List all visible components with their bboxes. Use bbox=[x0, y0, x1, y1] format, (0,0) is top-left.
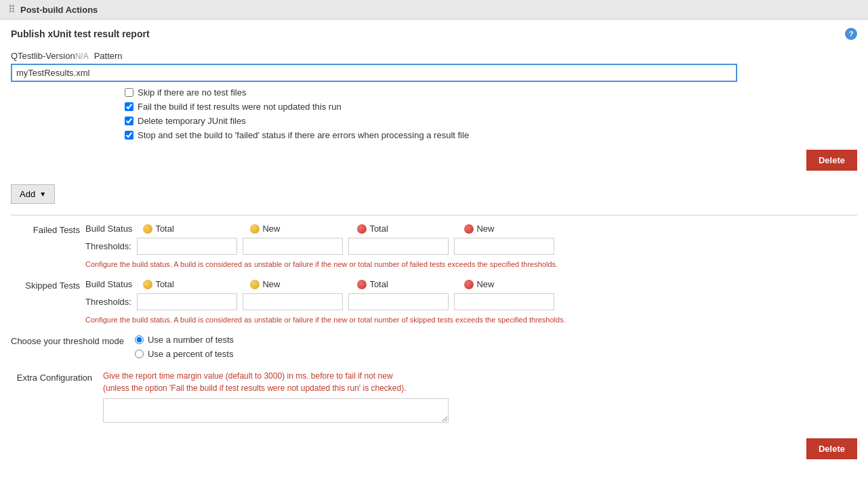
skipped-col-1: New bbox=[250, 279, 352, 289]
extra-config-row: Extra Configuration Give the report time… bbox=[11, 370, 857, 425]
failed-col-label-3: New bbox=[476, 224, 503, 234]
checkbox-label-0: Skip if there are no test files bbox=[138, 87, 246, 98]
drag-handle-icon: ⠿ bbox=[8, 4, 15, 15]
skipped-threshold-input-3[interactable] bbox=[454, 293, 554, 310]
delete-row-top: Delete bbox=[11, 144, 857, 176]
skipped-build-status-area: Build Status Total New bbox=[85, 279, 566, 313]
skipped-thresholds-label: Thresholds: bbox=[85, 297, 131, 307]
delete-row-bottom: Delete bbox=[11, 433, 857, 465]
failed-info-text: Configure the build status. A build is c… bbox=[85, 260, 857, 268]
add-button-label: Add bbox=[20, 189, 35, 199]
failed-col-label-1: New bbox=[262, 224, 289, 234]
post-build-title: Post-build Actions bbox=[20, 5, 98, 15]
skipped-col-2: Total bbox=[357, 279, 459, 289]
failed-build-status-area: Build Status Total New bbox=[85, 224, 566, 257]
checkbox-row-3: Stop and set the build to 'failed' statu… bbox=[125, 130, 857, 140]
checkbox-row-0: Skip if there are no test files bbox=[125, 87, 857, 98]
checkbox-label-3: Stop and set the build to 'failed' statu… bbox=[138, 130, 469, 140]
pattern-input-row bbox=[11, 64, 857, 82]
pattern-row: QTestlib-Version N/A Pattern bbox=[11, 48, 857, 61]
skipped-dot-yellow-1 bbox=[250, 280, 260, 289]
threshold-mode-section: Choose your threshold mode Use a number … bbox=[11, 335, 857, 359]
checkbox-label-1: Fail the build if test results were not … bbox=[138, 102, 342, 112]
skipped-col-label-2: Total bbox=[369, 279, 396, 289]
failed-threshold-input-1[interactable] bbox=[243, 238, 343, 255]
extra-config-section: Extra Configuration Give the report time… bbox=[11, 370, 857, 425]
skipped-dot-yellow-0 bbox=[143, 280, 152, 289]
skipped-columns-header: Total New Total bbox=[143, 279, 566, 289]
skipped-threshold-input-0[interactable] bbox=[137, 293, 237, 310]
checkbox-row-2: Delete temporary JUnit files bbox=[125, 116, 857, 126]
add-button[interactable]: Add ▼ bbox=[11, 184, 55, 204]
radio-label-0: Use a number of tests bbox=[148, 335, 234, 345]
pattern-label: Pattern bbox=[94, 48, 123, 61]
failed-tests-label: Failed Tests bbox=[11, 224, 85, 235]
failed-build-status-label: Build Status bbox=[85, 224, 132, 234]
divider-1 bbox=[11, 215, 857, 215]
checkbox-delete-temp[interactable] bbox=[125, 117, 133, 125]
checkbox-row-1: Fail the build if test results were not … bbox=[125, 102, 857, 112]
failed-col-label-0: Total bbox=[155, 224, 182, 234]
add-btn-wrapper: Add ▼ bbox=[11, 184, 857, 204]
extra-config-desc: Give the report time margin value (defau… bbox=[103, 370, 449, 394]
failed-dot-red-1 bbox=[464, 224, 474, 234]
skipped-info-text: Configure the build status. A build is c… bbox=[85, 316, 857, 324]
skipped-tests-label: Skipped Tests bbox=[11, 279, 85, 291]
skipped-threshold-input-2[interactable] bbox=[348, 293, 449, 310]
publish-section-title-row: Publish xUnit test result report ? bbox=[11, 28, 857, 40]
skipped-threshold-input-1[interactable] bbox=[243, 293, 343, 310]
radio-row-1: Use a percent of tests bbox=[135, 349, 234, 359]
skipped-col-label-3: New bbox=[476, 279, 503, 289]
threshold-mode-row: Choose your threshold mode Use a number … bbox=[11, 335, 857, 359]
failed-threshold-input-3[interactable] bbox=[454, 238, 554, 255]
failed-dot-yellow-0 bbox=[143, 224, 152, 234]
qtestlib-version-value: N/A bbox=[75, 49, 89, 61]
skipped-col-3: New bbox=[464, 279, 566, 289]
post-build-header: ⠿ Post-build Actions bbox=[0, 0, 868, 20]
checkbox-skip[interactable] bbox=[125, 88, 133, 97]
skipped-tests-section: Skipped Tests Build Status Total New bbox=[11, 279, 857, 324]
failed-tests-section: Failed Tests Build Status Total New bbox=[11, 224, 857, 268]
publish-section-title: Publish xUnit test result report bbox=[11, 28, 150, 39]
page-wrapper: ⠿ Post-build Actions Publish xUnit test … bbox=[0, 0, 868, 504]
failed-col-label-2: Total bbox=[369, 224, 396, 234]
add-button-arrow-icon: ▼ bbox=[39, 190, 46, 198]
pattern-input[interactable] bbox=[11, 64, 737, 82]
failed-col-3: New bbox=[464, 224, 566, 234]
failed-thresholds-label: Thresholds: bbox=[85, 241, 131, 251]
checkboxes-section: Skip if there are no test files Fail the… bbox=[125, 87, 857, 140]
extra-config-textarea[interactable] bbox=[103, 398, 449, 423]
qtestlib-version-label: QTestlib-Version bbox=[11, 48, 75, 61]
radio-label-1: Use a percent of tests bbox=[148, 349, 233, 359]
help-icon[interactable]: ? bbox=[845, 28, 857, 40]
failed-col-1: New bbox=[250, 224, 352, 234]
skipped-col-0: Total bbox=[143, 279, 245, 289]
skipped-col-label-1: New bbox=[262, 279, 289, 289]
extra-config-label: Extra Configuration bbox=[11, 370, 98, 383]
skipped-dot-red-1 bbox=[464, 280, 474, 289]
checkbox-label-2: Delete temporary JUnit files bbox=[138, 116, 246, 126]
failed-dot-yellow-1 bbox=[250, 224, 260, 234]
failed-col-0: Total bbox=[143, 224, 245, 234]
radio-number-tests[interactable] bbox=[135, 335, 144, 344]
radio-percent-tests[interactable] bbox=[135, 350, 144, 358]
failed-col-2: Total bbox=[357, 224, 459, 234]
delete-button-top[interactable]: Delete bbox=[806, 150, 857, 171]
threshold-mode-label: Choose your threshold mode bbox=[11, 335, 129, 346]
extra-config-content: Give the report time margin value (defau… bbox=[103, 370, 449, 425]
skipped-build-status-label: Build Status bbox=[85, 279, 132, 289]
section-content: Publish xUnit test result report ? QTest… bbox=[0, 20, 868, 476]
failed-columns-header: Total New Total bbox=[143, 224, 566, 234]
checkbox-fail-build[interactable] bbox=[125, 102, 133, 111]
radio-group: Use a number of tests Use a percent of t… bbox=[135, 335, 234, 359]
skipped-col-label-0: Total bbox=[155, 279, 182, 289]
failed-threshold-input-0[interactable] bbox=[137, 238, 237, 255]
radio-row-0: Use a number of tests bbox=[135, 335, 234, 345]
checkbox-stop-set[interactable] bbox=[125, 131, 133, 140]
skipped-dot-red-0 bbox=[357, 280, 367, 289]
delete-button-bottom[interactable]: Delete bbox=[806, 438, 857, 459]
failed-threshold-input-2[interactable] bbox=[348, 238, 449, 255]
failed-dot-red-0 bbox=[357, 224, 367, 234]
